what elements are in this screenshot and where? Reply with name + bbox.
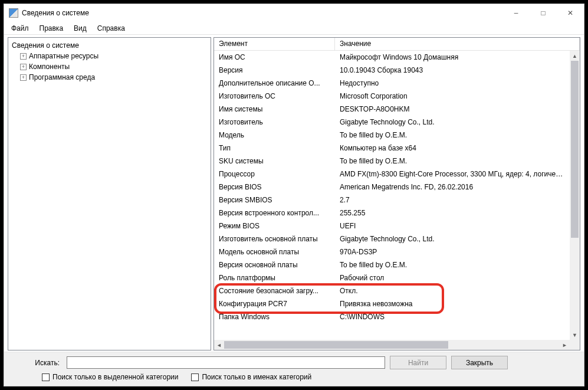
table-row[interactable]: Версия основной платыTo be filled by O.E…: [214, 258, 570, 271]
scroll-right-button[interactable]: ►: [560, 340, 570, 350]
tree-item-label: Аппаратные ресурсы: [29, 52, 98, 60]
scroll-down-button[interactable]: ▼: [570, 330, 580, 340]
details-header: Элемент Значение: [214, 38, 580, 51]
tree-item-hardware[interactable]: + Аппаратные ресурсы: [12, 51, 207, 61]
cell-element: Имя ОС: [214, 53, 335, 61]
cell-element: Изготовитель основной платы: [214, 235, 335, 243]
menu-view[interactable]: Вид: [69, 23, 91, 34]
menubar: Файл Правка Вид Справка: [4, 22, 584, 35]
table-row[interactable]: SKU системыTo be filled by O.E.M.: [214, 155, 570, 168]
cell-element: Конфигурация PCR7: [214, 300, 335, 308]
tree-root-node[interactable]: Сведения о системе: [12, 40, 207, 51]
cell-element: SKU системы: [214, 157, 335, 165]
close-button[interactable]: ✕: [557, 4, 584, 22]
find-button[interactable]: Найти: [390, 356, 446, 369]
cell-element: Изготовитель ОС: [214, 92, 335, 100]
tree-root-label: Сведения о системе: [12, 41, 79, 50]
cell-element: Роль платформы: [214, 274, 335, 282]
scroll-up-button[interactable]: ▲: [570, 51, 580, 61]
cell-value: UEFI: [335, 222, 570, 230]
checkbox-category-names[interactable]: Поиск только в именах категорий: [191, 373, 311, 381]
table-row[interactable]: ТипКомпьютер на базе x64: [214, 142, 570, 155]
search-options: Поиск только в выделенной категории Поис…: [9, 373, 579, 381]
tree-item-label: Компоненты: [29, 63, 70, 71]
table-row[interactable]: Папка WindowsC:\WINDOWS: [214, 310, 570, 323]
tree-item-software-env[interactable]: + Программная среда: [12, 72, 207, 83]
search-input[interactable]: [67, 356, 385, 369]
expand-icon[interactable]: +: [20, 74, 27, 81]
cell-element: Версия SMBIOS: [214, 196, 335, 204]
tree-item-components[interactable]: + Компоненты: [12, 61, 207, 72]
table-row[interactable]: Версия10.0.19043 Сборка 19043: [214, 64, 570, 77]
expand-icon[interactable]: +: [20, 64, 27, 70]
cell-element: Дополнительное описание О...: [214, 79, 335, 87]
menu-edit[interactable]: Правка: [35, 23, 68, 34]
table-row[interactable]: Версия встроенного контрол...255.255: [214, 207, 570, 219]
table-row[interactable]: ПроцессорAMD FX(tm)-8300 Eight-Core Proc…: [214, 168, 570, 181]
column-header-value[interactable]: Значение: [335, 38, 580, 50]
horizontal-scrollbar[interactable]: ◄ ►: [214, 340, 570, 350]
table-row[interactable]: Изготовитель ОСMicrosoft Corporation: [214, 90, 570, 103]
scroll-track[interactable]: [570, 61, 580, 330]
table-row[interactable]: Имя ОСМайкрософт Windows 10 Домашняя: [214, 51, 570, 64]
details-body: Имя ОСМайкрософт Windows 10 ДомашняяВерс…: [214, 51, 580, 350]
cell-element: Версия: [214, 66, 335, 74]
scroll-thumb[interactable]: [571, 61, 579, 238]
scroll-left-button[interactable]: ◄: [214, 340, 224, 350]
scroll-corner: [570, 340, 580, 350]
cell-element: Версия BIOS: [214, 183, 335, 191]
window-controls: – □ ✕: [502, 4, 584, 22]
column-header-element[interactable]: Элемент: [214, 38, 335, 50]
table-row[interactable]: Версия BIOSAmerican Megatrends Inc. FD, …: [214, 181, 570, 194]
cell-value: 2.7: [335, 196, 570, 204]
cell-element: Версия основной платы: [214, 261, 335, 269]
cell-element: Режим BIOS: [214, 222, 335, 230]
table-row[interactable]: Версия SMBIOS2.7: [214, 194, 570, 207]
scroll-thumb[interactable]: [224, 341, 448, 349]
table-row[interactable]: Роль платформыРабочий стол: [214, 271, 570, 284]
vertical-scrollbar[interactable]: ▲ ▼: [570, 51, 580, 340]
table-row[interactable]: ИзготовительGigabyte Technology Co., Ltd…: [214, 116, 570, 129]
cell-value: DESKTOP-A8O0HKM: [335, 105, 570, 113]
table-row[interactable]: Изготовитель основной платыGigabyte Tech…: [214, 232, 570, 245]
cell-value: C:\WINDOWS: [335, 313, 570, 321]
scroll-track[interactable]: [224, 340, 560, 350]
cell-element: Процессор: [214, 170, 335, 178]
checkbox-selected-category[interactable]: Поиск только в выделенной категории: [42, 373, 178, 381]
menu-help[interactable]: Справка: [93, 23, 130, 34]
app-icon: [9, 8, 18, 18]
table-row[interactable]: Модель основной платы970A-DS3P: [214, 245, 570, 258]
table-row[interactable]: Дополнительное описание О...Недоступно: [214, 77, 570, 90]
table-row[interactable]: Конфигурация PCR7Привязка невозможна: [214, 297, 570, 310]
cell-element: Модель: [214, 131, 335, 139]
cell-element: Тип: [214, 144, 335, 152]
search-label: Искать:: [9, 359, 62, 367]
cell-value: Откл.: [335, 287, 570, 295]
table-row[interactable]: Режим BIOSUEFI: [214, 219, 570, 232]
cell-value: 970A-DS3P: [335, 248, 570, 256]
cell-element: Модель основной платы: [214, 248, 335, 256]
cell-value: AMD FX(tm)-8300 Eight-Core Processor, 33…: [335, 170, 570, 178]
minimize-button[interactable]: –: [502, 4, 530, 22]
checkbox-icon: [42, 373, 50, 381]
cell-element: Имя системы: [214, 105, 335, 113]
titlebar: Сведения о системе – □ ✕: [4, 4, 584, 22]
menu-file[interactable]: Файл: [6, 23, 34, 34]
cell-value: Майкрософт Windows 10 Домашняя: [335, 53, 570, 61]
cell-value: Рабочий стол: [335, 274, 570, 282]
details-pane: Элемент Значение Имя ОСМайкрософт Window…: [213, 37, 580, 350]
expand-icon[interactable]: +: [20, 53, 27, 60]
table-row[interactable]: МодельTo be filled by O.E.M.: [214, 129, 570, 142]
cell-value: Microsoft Corporation: [335, 92, 570, 100]
maximize-button[interactable]: □: [530, 4, 557, 22]
checkbox-icon: [191, 373, 199, 381]
app-window: Сведения о системе – □ ✕ Файл Правка Вид…: [4, 4, 584, 386]
cell-value: American Megatrends Inc. FD, 26.02.2016: [335, 183, 570, 191]
cell-element: Папка Windows: [214, 313, 335, 321]
table-row[interactable]: Состояние безопасной загру...Откл.: [214, 284, 570, 297]
search-row: Искать: Найти Закрыть: [9, 356, 579, 369]
close-search-button[interactable]: Закрыть: [451, 356, 508, 369]
rows-container: Имя ОСМайкрософт Windows 10 ДомашняяВерс…: [214, 51, 570, 340]
cell-element: Состояние безопасной загру...: [214, 287, 335, 295]
table-row[interactable]: Имя системыDESKTOP-A8O0HKM: [214, 103, 570, 116]
